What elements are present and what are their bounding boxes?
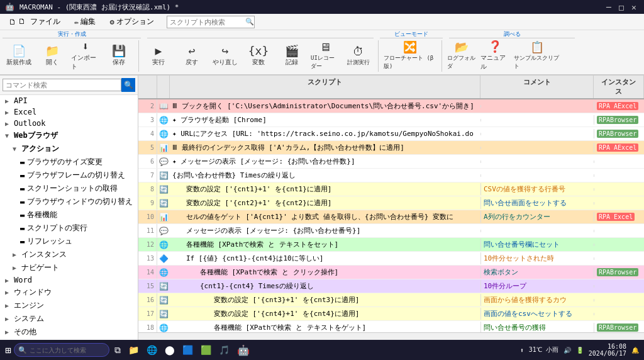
minimize-button[interactable]: ─	[604, 2, 614, 12]
command-icon: ▬	[20, 198, 25, 206]
taskbar-taskview[interactable]: ⧉	[112, 344, 123, 357]
script-row-17[interactable]: 17 🔄 変数の設定 ['{cnt4}+1' を{cnt4}に適用] 画面の値を…	[138, 307, 644, 321]
sample-button[interactable]: 📋 サンプルスクリプト	[512, 42, 562, 70]
line-icon: 🔄	[157, 171, 170, 180]
menu-file[interactable]: 🗋 🗋 ファイル	[3, 15, 67, 28]
new-button[interactable]: 📄 新規作成	[3, 42, 35, 70]
script-row-18[interactable]: 18 🌐 各種機能 [XPathで検索 と テキストをゲット] 問い合せ番号の獲…	[138, 321, 644, 332]
sidebar-item-script-exec[interactable]: ▬ スクリプトの実行	[0, 222, 138, 235]
sidebar-item-outlook[interactable]: ▶ Outlook	[0, 118, 138, 129]
toolbar-buttons: 実行・作成 ビューモード 調べる 📄 新規作成 📁 開く ⬇ インポート 💾	[0, 30, 644, 75]
line-icon: 🌐	[157, 240, 170, 249]
open-button[interactable]: 📁 開く	[36, 42, 69, 70]
taskbar-network[interactable]: ⬆	[520, 347, 524, 354]
sidebar-item-label: アクション	[21, 143, 59, 154]
titlebar-controls[interactable]: ─ □ ✕	[604, 2, 639, 12]
maximize-button[interactable]: □	[616, 2, 626, 12]
sidebar-search-button[interactable]: 🔍	[121, 78, 135, 92]
line-comment: 10件分ループ	[480, 280, 594, 292]
flowchart-button[interactable]: 🔀 フローチャート (β版)	[382, 42, 438, 70]
sidebar-item-window[interactable]: ▶ ウィンドウ	[0, 286, 138, 299]
save-button[interactable]: 💾 保存	[103, 42, 135, 70]
sidebar-item-excel[interactable]: ▶ Excel	[0, 106, 138, 118]
line-number: 9	[138, 196, 157, 210]
line-comment	[480, 147, 594, 149]
sidebar-item-label: ブラウザウィンドウの切り替え	[27, 196, 133, 207]
expand-icon: ▶	[5, 289, 11, 296]
redo-button[interactable]: ↪ やり直し	[209, 42, 242, 70]
taskbar-app2[interactable]: 🟩	[198, 344, 214, 356]
variable-button[interactable]: {x} 変数	[242, 42, 275, 70]
menu-edit[interactable]: ✏ 編集	[68, 15, 102, 28]
sidebar-item-system[interactable]: ▶ システム	[0, 312, 138, 325]
sidebar-item-instances[interactable]: ▶ インスタンス	[0, 248, 138, 261]
import-button[interactable]: ⬇ インポート	[69, 42, 102, 70]
sidebar-item-other[interactable]: ▶ その他	[0, 325, 138, 339]
line-content: セルの値をゲット ['A{cnt1}' より数式 値を取得し、{お問い合わせ番号…	[170, 211, 480, 223]
sidebar-item-refresh[interactable]: ▬ リフレッシュ	[0, 235, 138, 248]
taskbar-search-box[interactable]: 🔍	[14, 343, 109, 357]
script-row-8[interactable]: 8 🔄 変数の設定 ['{cnt1}+1' を{cnt1}に適用] CSVの値を…	[138, 183, 644, 196]
manual-button[interactable]: ❓ マニュアル	[479, 42, 511, 70]
sidebar-item-navigate[interactable]: ▶ ナビゲート	[0, 261, 138, 274]
run-button[interactable]: ▶ 実行	[142, 42, 175, 70]
start-button[interactable]: ⊞	[5, 344, 11, 356]
undo-button[interactable]: ↩ 戻す	[175, 42, 208, 70]
line-number: 8	[138, 183, 157, 196]
line-comment: 10件分セットされた時	[480, 252, 594, 264]
sidebar-item-browser-window[interactable]: ▬ ブラウザウィンドウの切り替え	[0, 195, 138, 208]
script-row-5[interactable]: 5 📊 Ⅲ 最終行のインデックス取得 ['A'カラム,【お問い合わせ件数】に適用…	[138, 141, 644, 155]
taskbar-app3[interactable]: 🎵	[216, 344, 232, 356]
taskbar-battery[interactable]: 🔋	[576, 347, 584, 354]
taskbar-notification[interactable]: 🔔	[631, 347, 639, 354]
script-row-10[interactable]: 10 📊 セルの値をゲット ['A{cnt1}' より数式 値を取得し、{お問い…	[138, 210, 644, 224]
titlebar: 🤖 MACROMAN - (関東西濃 お届け状況確認.xml) * ─ □ ✕	[0, 0, 644, 14]
script-row-3[interactable]: 3 🌐 ✦ ブラウザを起動 [Chrome] RPABrowser	[138, 113, 644, 127]
line-instance	[594, 202, 644, 205]
script-row-2[interactable]: 2 📖 Ⅲ ブックを開く ['C:\Users\Administrator\Do…	[138, 99, 644, 113]
sidebar-item-screenshot[interactable]: ▬ スクリーンショットの取得	[0, 182, 138, 195]
sidebar-item-browser-size[interactable]: ▬ ブラウザのサイズ変更	[0, 155, 138, 169]
log-folder-button[interactable]: 📂 ログフォルダ	[445, 42, 478, 70]
record-button[interactable]: 🎬 記録	[275, 42, 308, 70]
sidebar-item-engine[interactable]: ▶ エンジン	[0, 299, 138, 312]
taskbar-search-input[interactable]	[30, 347, 105, 354]
script-row-7[interactable]: 7 🔄 {お問い合わせ件数} Timesの繰り返し	[138, 169, 644, 183]
sidebar-item-word[interactable]: ▶ Word	[0, 274, 138, 286]
taskbar-macroman[interactable]: 🤖	[235, 343, 252, 357]
menu-search-input[interactable]	[170, 18, 245, 26]
sidebar-tree: ▶ API ▶ Excel ▶ Outlook ▼ Webブラウザ ▼ アクショ…	[0, 95, 138, 340]
line-icon: 🌐	[157, 323, 170, 332]
taskbar-speaker[interactable]: 🔊	[564, 347, 571, 354]
menu-options[interactable]: ⚙ オプション	[103, 15, 160, 28]
line-icon: 🔄	[157, 185, 170, 194]
sidebar-item-browser-frame[interactable]: ▬ ブラウザフレームの切り替え	[0, 169, 138, 182]
ui-recorder-button[interactable]: 🖥 UIレコーダー	[309, 42, 341, 70]
script-row-13[interactable]: 13 🔷 If [{値} {cnt1}-{cnt4}は10に等しい] 10件分セ…	[138, 252, 644, 266]
line-comment	[480, 174, 594, 177]
line-content: 各種機能 [XPathで検索 と クリック操作]	[170, 266, 480, 278]
sidebar-item-api[interactable]: ▶ API	[0, 95, 138, 106]
script-row-6[interactable]: 6 💬 ✦ メッセージの表示 [メッセージ: {お問い合わせ件数}]	[138, 155, 644, 169]
script-row-15[interactable]: 15 🔄 {cnt1}-{cnt4} Timesの繰り返し 10件分ループ	[138, 279, 644, 293]
script-row-16[interactable]: 16 🔄 変数の設定 ['{cnt3}+1' を{cnt3}に適用] 画面から値…	[138, 293, 644, 307]
line-content: 変数の設定 ['{cnt4}+1' を{cnt4}に適用]	[170, 308, 480, 320]
line-instance	[594, 174, 644, 177]
taskbar-chrome[interactable]: ⬤	[162, 344, 177, 356]
script-row-9[interactable]: 9 🔄 変数の設定 ['{cnt2}+1' を{cnt2}に適用] 問い合せ画面…	[138, 196, 644, 210]
horizontal-scrollbar[interactable]	[138, 332, 644, 340]
measure-button[interactable]: ⏱ 計測実行	[342, 42, 375, 70]
script-row-4[interactable]: 4 🌐 ✦ URLにアクセス [URL: 'https://track.sein…	[138, 127, 644, 141]
script-row-11[interactable]: 11 💬 メッセージの表示 [メッセージ: {お問い合わせ番号}]	[138, 224, 644, 238]
sidebar-item-webbrowser[interactable]: ▼ Webブラウザ	[0, 129, 138, 142]
sidebar-item-action[interactable]: ▼ アクション	[0, 142, 138, 155]
script-row-14[interactable]: 14 🌐 各種機能 [XPathで検索 と クリック操作] 検索ボタン RPAB…	[138, 266, 644, 279]
menu-search-box[interactable]: 🔍	[167, 16, 255, 28]
taskbar-app1[interactable]: 🟦	[180, 344, 196, 356]
script-row-12[interactable]: 12 🌐 各種機能 [XPathで検索 と テキストをセット] 問い合せ番号欄に…	[138, 238, 644, 252]
close-button[interactable]: ✕	[629, 2, 639, 12]
taskbar-edge[interactable]: 🌐	[144, 344, 160, 356]
sidebar-search-input[interactable]	[3, 79, 121, 91]
taskbar-explorer[interactable]: 📁	[126, 344, 142, 356]
sidebar-item-functions[interactable]: ▬ 各種機能	[0, 208, 138, 222]
